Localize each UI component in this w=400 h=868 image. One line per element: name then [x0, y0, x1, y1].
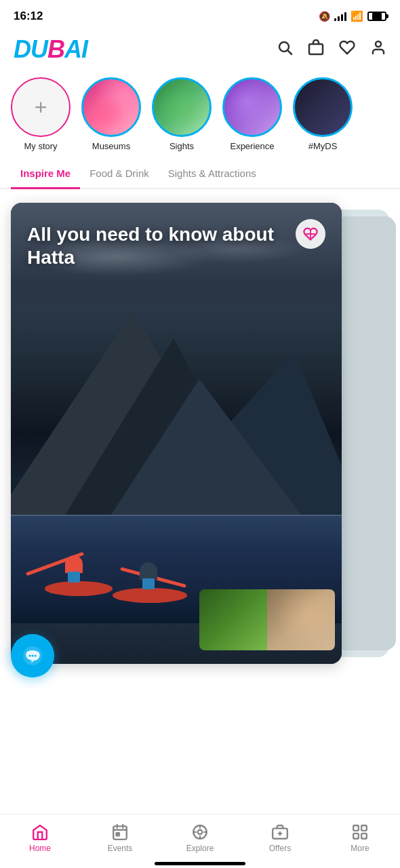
tab-food-drink[interactable]: Food & Drink: [80, 159, 159, 189]
nav-item-explore[interactable]: Explore: [180, 823, 220, 853]
main-content: All you need to know about Hatta: [0, 189, 400, 691]
nav-label-explore: Explore: [186, 844, 214, 853]
mountain-4: [111, 379, 301, 515]
kayak-2: [113, 588, 187, 603]
nav-label-home: Home: [29, 844, 51, 853]
story-item-museums[interactable]: Museums: [81, 77, 141, 151]
story-item-sights[interactable]: Sights: [152, 77, 212, 151]
heart-icon[interactable]: [339, 39, 355, 60]
thumb-left: [199, 589, 267, 650]
tab-sights-attractions[interactable]: Sights & Attractions: [159, 159, 266, 189]
card-title-text: All you need to know about Hatta: [27, 223, 294, 269]
user-icon[interactable]: [370, 39, 386, 60]
kayaker-person-1: [65, 555, 83, 573]
header: DUBAI: [0, 30, 400, 72]
svg-point-7: [29, 655, 31, 657]
myds-circle[interactable]: [293, 77, 353, 137]
thumb-right: [267, 589, 335, 650]
nav-item-home[interactable]: Home: [20, 823, 60, 853]
mountains: [11, 298, 342, 515]
story-label-experience: Experience: [230, 141, 274, 151]
kayakers: [31, 515, 221, 610]
signal-icon: [334, 12, 346, 21]
card-back-2: [335, 216, 396, 650]
add-story-circle[interactable]: +: [11, 77, 71, 137]
status-bar: 16:12 🔕 📶 37: [0, 0, 400, 30]
experience-circle[interactable]: [222, 77, 282, 137]
svg-point-9: [35, 655, 37, 657]
thumb-strip: [199, 589, 335, 650]
svg-rect-24: [353, 825, 359, 831]
nav-item-events[interactable]: Events: [100, 823, 140, 853]
stories-container: + My story Museums Sights Experience #My…: [0, 72, 400, 154]
svg-rect-2: [309, 44, 323, 54]
story-label-my-story: My story: [24, 141, 57, 151]
status-time: 16:12: [14, 9, 43, 23]
card-stack: All you need to know about Hatta: [11, 203, 389, 677]
add-icon: +: [35, 95, 47, 120]
home-indicator: [155, 862, 245, 865]
card-heart-button[interactable]: [296, 219, 325, 249]
sights-circle[interactable]: [152, 77, 212, 137]
svg-line-1: [288, 51, 292, 55]
museums-circle[interactable]: [81, 77, 141, 137]
story-label-myds: #MyDS: [308, 141, 338, 151]
header-icons: [277, 39, 386, 60]
kayaker-person-2: [140, 562, 157, 580]
nav-label-events: Events: [108, 844, 133, 853]
story-label-museums: Museums: [92, 141, 130, 151]
svg-rect-27: [361, 833, 367, 839]
svg-point-16: [198, 829, 203, 834]
svg-point-3: [376, 41, 381, 47]
chat-button[interactable]: [11, 634, 54, 677]
card-bg: [11, 203, 342, 664]
story-label-sights: Sights: [169, 141, 194, 151]
logo: DUBAI: [14, 35, 87, 64]
search-icon[interactable]: [277, 39, 293, 60]
home-indicator-container: [0, 859, 400, 865]
story-item-myds[interactable]: #MyDS: [293, 77, 353, 151]
nav-label-more: More: [351, 844, 369, 853]
tab-inspire-me[interactable]: Inspire Me: [11, 159, 80, 189]
svg-point-8: [32, 655, 34, 657]
svg-rect-25: [361, 825, 367, 831]
nav-item-more[interactable]: More: [340, 823, 380, 853]
kayak-boat-2: [113, 588, 187, 603]
main-card[interactable]: All you need to know about Hatta: [11, 203, 342, 664]
story-item-my-story[interactable]: + My story: [11, 77, 71, 151]
kayak-boat-1: [45, 581, 113, 596]
bag-icon[interactable]: [308, 39, 324, 60]
battery-icon: 37: [367, 12, 386, 21]
wifi-icon: 📶: [351, 10, 363, 22]
mute-icon: 🔕: [319, 11, 330, 22]
svg-rect-26: [353, 833, 359, 839]
card-title: All you need to know about Hatta: [27, 223, 294, 269]
tabs-container: Inspire Me Food & Drink Sights & Attract…: [0, 159, 400, 189]
logo-text: DUBAI: [14, 35, 87, 64]
svg-rect-14: [117, 833, 119, 835]
status-icons: 🔕 📶 37: [319, 10, 386, 22]
nav-item-offers[interactable]: Offers: [260, 823, 300, 853]
nav-label-offers: Offers: [269, 844, 291, 853]
kayak-1: [45, 581, 113, 596]
story-item-experience[interactable]: Experience: [222, 77, 282, 151]
